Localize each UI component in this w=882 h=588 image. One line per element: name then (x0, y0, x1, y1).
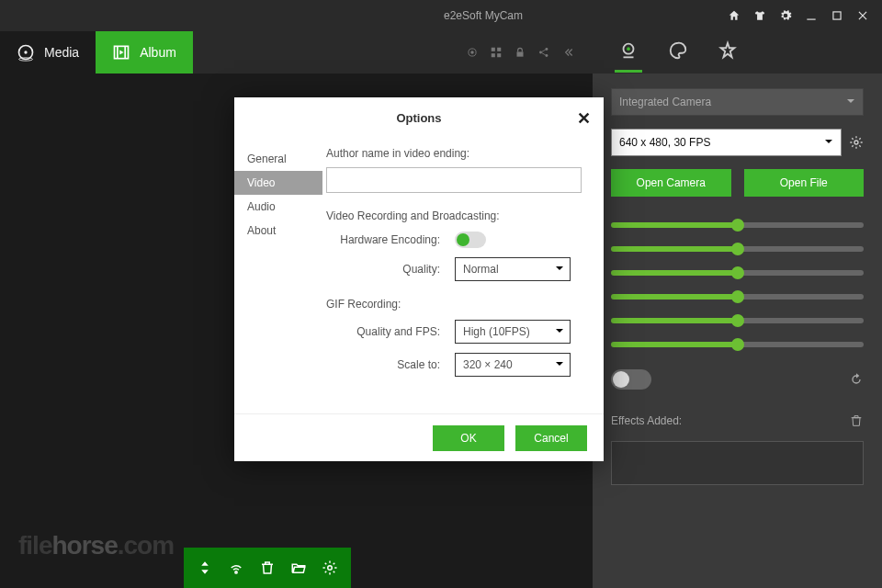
shirt-icon[interactable] (753, 9, 766, 22)
slider-2[interactable] (611, 246, 864, 252)
mini-toolbar (466, 46, 593, 59)
options-title: Options (396, 111, 441, 125)
slider-5[interactable] (611, 318, 864, 323)
scale-select-value: 320 × 240 (463, 358, 513, 371)
options-nav-about[interactable]: About (234, 219, 322, 243)
rtab-palette[interactable] (664, 40, 692, 73)
slider-4[interactable] (611, 294, 864, 300)
tab-media[interactable]: Media (0, 31, 96, 74)
resolution-select-value: 640 x 480, 30 FPS (619, 136, 710, 149)
chevron-down-icon (555, 263, 564, 276)
home-icon[interactable] (728, 9, 741, 22)
titlebar: e2eSoft MyCam (0, 0, 882, 31)
chevron-down-icon (846, 96, 855, 108)
svg-rect-12 (492, 53, 495, 57)
gif-quality-select-value: High (10FPS) (463, 325, 530, 338)
camera-select[interactable]: Integrated Camera (611, 88, 864, 116)
options-nav-audio[interactable]: Audio (234, 195, 322, 219)
svg-rect-11 (497, 48, 501, 51)
settings-icon[interactable] (779, 9, 792, 22)
reset-icon[interactable] (849, 372, 864, 387)
hw-encoding-toggle[interactable] (455, 232, 486, 248)
svg-rect-14 (517, 51, 524, 56)
main-tabs: Media Album (0, 31, 593, 74)
svg-rect-0 (807, 19, 815, 20)
hw-encoding-label: Hardware Encoding: (326, 233, 455, 246)
svg-rect-1 (833, 12, 841, 19)
gear-icon[interactable] (322, 560, 338, 576)
resolution-select[interactable]: 640 x 480, 30 FPS (611, 129, 842, 156)
gif-quality-select[interactable]: High (10FPS) (455, 320, 571, 344)
effects-added-label: Effects Added: (611, 414, 682, 427)
palette-icon (668, 40, 688, 61)
options-nav-general[interactable]: General (234, 147, 322, 171)
options-dialog: Options ✕ General Video Audio About Auth… (234, 97, 604, 461)
maximize-icon[interactable] (831, 9, 843, 22)
watermark: filehorse.com (18, 531, 174, 560)
svg-point-3 (24, 51, 27, 53)
svg-point-15 (539, 51, 542, 54)
master-toggle[interactable] (611, 369, 651, 390)
section-gif-label: GIF Recording: (326, 298, 582, 311)
tab-album[interactable]: Album (96, 31, 193, 74)
rtab-effects[interactable] (714, 40, 741, 73)
quality-select-value: Normal (463, 263, 499, 276)
options-close-button[interactable]: ✕ (577, 108, 591, 129)
wifi-icon[interactable] (228, 560, 244, 576)
open-file-button[interactable]: Open File (744, 169, 865, 197)
share-icon[interactable] (537, 46, 550, 59)
slider-6[interactable] (611, 342, 864, 347)
trash-icon[interactable] (259, 560, 276, 576)
scale-select[interactable]: 320 × 240 (455, 353, 571, 377)
minimize-icon[interactable] (805, 9, 818, 22)
app-title: e2eSoft MyCam (239, 9, 728, 22)
options-cancel-button[interactable]: Cancel (515, 425, 587, 451)
collapse-icon[interactable] (561, 46, 574, 59)
svg-point-8 (470, 51, 474, 54)
rtab-camera[interactable] (615, 40, 642, 73)
trash-icon[interactable] (849, 413, 864, 428)
svg-point-17 (545, 54, 548, 57)
svg-point-18 (328, 566, 333, 571)
svg-point-21 (854, 141, 858, 144)
author-name-input[interactable] (326, 167, 582, 193)
slider-1[interactable] (611, 222, 864, 228)
options-nav: General Video Audio About (234, 138, 322, 413)
author-name-label: Author name in video ending: (326, 147, 582, 160)
scale-label: Scale to: (326, 358, 455, 371)
close-icon[interactable] (856, 9, 869, 22)
effects-added-box (611, 441, 864, 485)
svg-point-20 (627, 47, 630, 51)
svg-point-16 (545, 48, 548, 51)
slider-3[interactable] (611, 270, 864, 276)
svg-rect-13 (497, 53, 501, 57)
svg-rect-7 (124, 46, 126, 58)
bottom-tray (184, 548, 351, 588)
resolution-settings-icon[interactable] (849, 135, 864, 150)
svg-rect-10 (492, 48, 495, 51)
chevron-down-icon (555, 325, 564, 338)
gif-quality-label: Quality and FPS: (326, 325, 455, 338)
tab-media-label: Media (44, 45, 79, 60)
grid-icon[interactable] (490, 46, 503, 59)
broadcast-icon[interactable] (466, 46, 479, 59)
options-ok-button[interactable]: OK (433, 425, 504, 451)
section-recording-label: Video Recording and Broadcasting: (326, 209, 582, 222)
camera-select-value: Integrated Camera (619, 96, 711, 108)
disc-icon (17, 43, 35, 62)
chevron-down-icon (824, 136, 833, 149)
chevron-down-icon (555, 358, 564, 371)
sliders-group (611, 209, 864, 347)
quality-label: Quality: (326, 263, 455, 276)
lock-icon[interactable] (514, 46, 526, 59)
star-icon (718, 40, 738, 61)
folder-open-icon[interactable] (290, 560, 307, 576)
open-camera-button[interactable]: Open Camera (611, 169, 731, 197)
sort-icon[interactable] (197, 560, 213, 576)
svg-rect-6 (117, 46, 119, 58)
tab-album-label: Album (140, 45, 176, 60)
options-nav-video[interactable]: Video (234, 171, 322, 195)
quality-select[interactable]: Normal (455, 257, 571, 281)
filmstrip-icon (112, 43, 130, 62)
webcam-icon (618, 40, 639, 61)
